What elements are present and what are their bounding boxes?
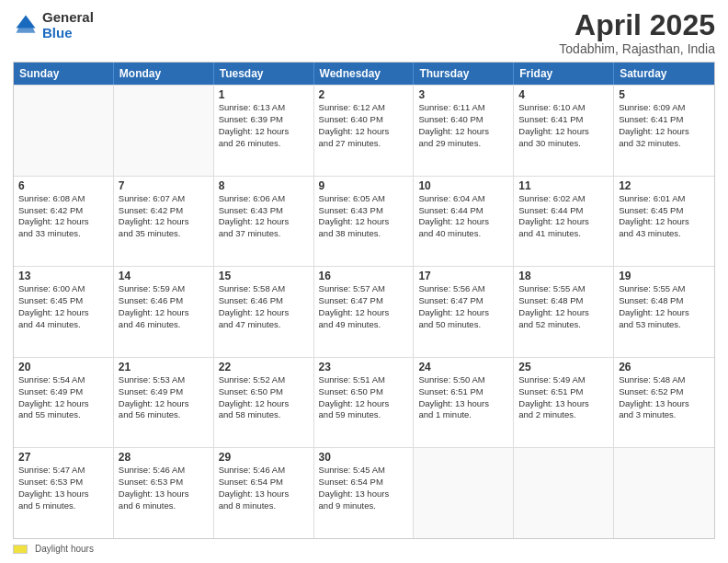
day-number-22: 22 — [219, 361, 309, 373]
day-number-2: 2 — [319, 88, 409, 101]
day-number-25: 25 — [518, 361, 609, 373]
day-cell-21: 21Sunrise: 5:53 AM Sunset: 6:49 PM Dayli… — [114, 358, 214, 448]
day-number-29: 29 — [219, 451, 309, 464]
day-cell-22: 22Sunrise: 5:52 AM Sunset: 6:50 PM Dayli… — [214, 358, 314, 448]
header-day-wednesday: Wednesday — [314, 63, 415, 85]
day-cell-24: 24Sunrise: 5:50 AM Sunset: 6:51 PM Dayli… — [414, 358, 514, 448]
logo-line2: Blue — [42, 25, 94, 40]
day-number-27: 27 — [18, 451, 108, 464]
title-block: April 2025 Todabhim, Rajasthan, India — [559, 9, 715, 56]
day-number-11: 11 — [518, 179, 609, 192]
day-cell-20: 20Sunrise: 5:54 AM Sunset: 6:49 PM Dayli… — [14, 358, 114, 448]
day-number-6: 6 — [18, 179, 108, 192]
day-number-18: 18 — [518, 270, 609, 282]
day-cell-19: 19Sunrise: 5:55 AM Sunset: 6:48 PM Dayli… — [614, 267, 714, 357]
day-number-17: 17 — [418, 270, 508, 282]
day-number-4: 4 — [518, 88, 609, 101]
empty-cell — [614, 448, 714, 538]
day-number-16: 16 — [319, 270, 409, 282]
empty-cell — [514, 448, 614, 538]
day-number-30: 30 — [319, 451, 409, 464]
cell-info-5: Sunrise: 6:09 AM Sunset: 6:41 PM Dayligh… — [619, 102, 710, 149]
day-number-23: 23 — [319, 361, 409, 373]
day-cell-12: 12Sunrise: 6:01 AM Sunset: 6:45 PM Dayli… — [614, 177, 714, 267]
cell-info-1: Sunrise: 6:13 AM Sunset: 6:39 PM Dayligh… — [219, 102, 309, 149]
cell-info-14: Sunrise: 5:59 AM Sunset: 6:46 PM Dayligh… — [119, 283, 209, 330]
cell-info-8: Sunrise: 6:06 AM Sunset: 6:43 PM Dayligh… — [219, 193, 309, 240]
day-cell-29: 29Sunrise: 5:46 AM Sunset: 6:54 PM Dayli… — [214, 448, 314, 538]
week-row-1: 6Sunrise: 6:08 AM Sunset: 6:42 PM Daylig… — [14, 176, 714, 267]
logo-line1: General — [42, 9, 94, 25]
day-number-19: 19 — [619, 270, 710, 282]
day-cell-9: 9Sunrise: 6:05 AM Sunset: 6:43 PM Daylig… — [314, 177, 415, 267]
day-cell-30: 30Sunrise: 5:45 AM Sunset: 6:54 PM Dayli… — [314, 448, 415, 538]
day-number-21: 21 — [119, 361, 209, 373]
header: General Blue April 2025 Todabhim, Rajast… — [13, 9, 715, 56]
day-number-10: 10 — [418, 179, 508, 192]
daylight-bar-icon — [13, 545, 28, 554]
empty-cell — [414, 448, 514, 538]
day-cell-17: 17Sunrise: 5:56 AM Sunset: 6:47 PM Dayli… — [414, 267, 514, 357]
day-number-20: 20 — [18, 361, 108, 373]
cell-info-10: Sunrise: 6:04 AM Sunset: 6:44 PM Dayligh… — [418, 193, 508, 240]
logo: General Blue — [13, 9, 94, 41]
sub-title: Todabhim, Rajasthan, India — [559, 41, 715, 56]
week-row-0: 1Sunrise: 6:13 AM Sunset: 6:39 PM Daylig… — [14, 85, 714, 176]
header-day-monday: Monday — [114, 63, 214, 85]
week-row-2: 13Sunrise: 6:00 AM Sunset: 6:45 PM Dayli… — [14, 266, 714, 357]
day-cell-6: 6Sunrise: 6:08 AM Sunset: 6:42 PM Daylig… — [14, 177, 114, 267]
day-number-28: 28 — [119, 451, 209, 464]
week-row-4: 27Sunrise: 5:47 AM Sunset: 6:53 PM Dayli… — [14, 447, 714, 538]
day-number-15: 15 — [219, 270, 309, 282]
day-number-13: 13 — [18, 270, 108, 282]
empty-cell — [114, 86, 214, 176]
day-cell-3: 3Sunrise: 6:11 AM Sunset: 6:40 PM Daylig… — [414, 86, 514, 176]
cell-info-23: Sunrise: 5:51 AM Sunset: 6:50 PM Dayligh… — [319, 374, 409, 421]
day-cell-2: 2Sunrise: 6:12 AM Sunset: 6:40 PM Daylig… — [314, 86, 415, 176]
day-cell-14: 14Sunrise: 5:59 AM Sunset: 6:46 PM Dayli… — [114, 267, 214, 357]
cell-info-30: Sunrise: 5:45 AM Sunset: 6:54 PM Dayligh… — [319, 465, 409, 511]
day-number-14: 14 — [119, 270, 209, 282]
footer: Daylight hours — [13, 544, 715, 554]
day-cell-8: 8Sunrise: 6:06 AM Sunset: 6:43 PM Daylig… — [214, 177, 314, 267]
cell-info-18: Sunrise: 5:55 AM Sunset: 6:48 PM Dayligh… — [518, 283, 609, 330]
cell-info-21: Sunrise: 5:53 AM Sunset: 6:49 PM Dayligh… — [119, 374, 209, 421]
day-cell-23: 23Sunrise: 5:51 AM Sunset: 6:50 PM Dayli… — [314, 358, 415, 448]
cell-info-11: Sunrise: 6:02 AM Sunset: 6:44 PM Dayligh… — [518, 193, 609, 240]
day-cell-11: 11Sunrise: 6:02 AM Sunset: 6:44 PM Dayli… — [514, 177, 614, 267]
day-cell-4: 4Sunrise: 6:10 AM Sunset: 6:41 PM Daylig… — [514, 86, 614, 176]
week-row-3: 20Sunrise: 5:54 AM Sunset: 6:49 PM Dayli… — [14, 357, 714, 448]
header-day-tuesday: Tuesday — [214, 63, 314, 85]
day-cell-13: 13Sunrise: 6:00 AM Sunset: 6:45 PM Dayli… — [14, 267, 114, 357]
logo-icon — [13, 12, 39, 38]
cell-info-26: Sunrise: 5:48 AM Sunset: 6:52 PM Dayligh… — [619, 374, 710, 421]
day-cell-1: 1Sunrise: 6:13 AM Sunset: 6:39 PM Daylig… — [214, 86, 314, 176]
empty-cell — [14, 86, 114, 176]
day-number-26: 26 — [619, 361, 710, 373]
cell-info-2: Sunrise: 6:12 AM Sunset: 6:40 PM Dayligh… — [319, 102, 409, 149]
cell-info-15: Sunrise: 5:58 AM Sunset: 6:46 PM Dayligh… — [219, 283, 309, 330]
cell-info-29: Sunrise: 5:46 AM Sunset: 6:54 PM Dayligh… — [219, 465, 309, 511]
cell-info-4: Sunrise: 6:10 AM Sunset: 6:41 PM Dayligh… — [518, 102, 609, 149]
day-number-24: 24 — [418, 361, 508, 373]
cell-info-6: Sunrise: 6:08 AM Sunset: 6:42 PM Dayligh… — [18, 193, 108, 240]
cell-info-24: Sunrise: 5:50 AM Sunset: 6:51 PM Dayligh… — [418, 374, 508, 421]
cell-info-19: Sunrise: 5:55 AM Sunset: 6:48 PM Dayligh… — [619, 283, 710, 330]
cell-info-20: Sunrise: 5:54 AM Sunset: 6:49 PM Dayligh… — [18, 374, 108, 421]
day-number-3: 3 — [418, 88, 508, 101]
header-day-friday: Friday — [514, 63, 614, 85]
day-number-5: 5 — [619, 88, 710, 101]
day-number-12: 12 — [619, 179, 710, 192]
day-number-7: 7 — [119, 179, 209, 192]
cell-info-28: Sunrise: 5:46 AM Sunset: 6:53 PM Dayligh… — [119, 465, 209, 511]
calendar-header: SundayMondayTuesdayWednesdayThursdayFrid… — [14, 63, 714, 85]
day-cell-18: 18Sunrise: 5:55 AM Sunset: 6:48 PM Dayli… — [514, 267, 614, 357]
day-cell-27: 27Sunrise: 5:47 AM Sunset: 6:53 PM Dayli… — [14, 448, 114, 538]
cell-info-13: Sunrise: 6:00 AM Sunset: 6:45 PM Dayligh… — [18, 283, 108, 330]
header-day-saturday: Saturday — [614, 63, 714, 85]
calendar: SundayMondayTuesdayWednesdayThursdayFrid… — [13, 62, 715, 539]
day-cell-28: 28Sunrise: 5:46 AM Sunset: 6:53 PM Dayli… — [114, 448, 214, 538]
cell-info-9: Sunrise: 6:05 AM Sunset: 6:43 PM Dayligh… — [319, 193, 409, 240]
cell-info-12: Sunrise: 6:01 AM Sunset: 6:45 PM Dayligh… — [619, 193, 710, 240]
day-number-8: 8 — [219, 179, 309, 192]
